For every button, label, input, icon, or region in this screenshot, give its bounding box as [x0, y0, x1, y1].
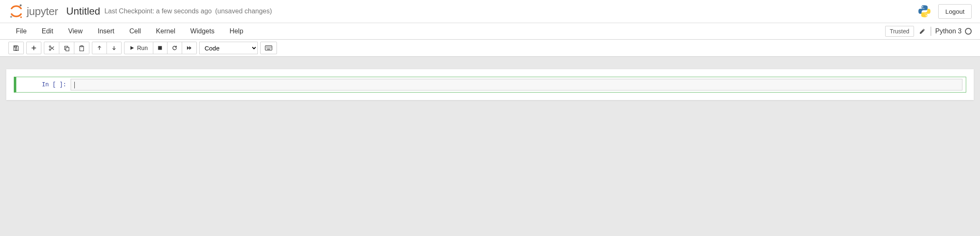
checkpoint-text: Last Checkpoint: a few seconds ago	[104, 8, 212, 15]
svg-rect-14	[267, 47, 268, 47]
interrupt-button[interactable]	[153, 42, 168, 54]
paste-icon	[79, 45, 85, 51]
kernel-divider	[931, 27, 931, 36]
svg-rect-19	[267, 48, 268, 48]
stop-icon	[157, 45, 162, 50]
cut-button[interactable]	[44, 42, 59, 54]
cell-type-select[interactable]: Code	[199, 42, 258, 54]
scissors-icon	[48, 45, 55, 51]
menu-bar: File Edit View Insert Cell Kernel Widget…	[0, 23, 980, 40]
restart-run-all-button[interactable]	[182, 42, 197, 54]
menu-edit[interactable]: Edit	[34, 24, 61, 38]
notebook-title[interactable]: Untitled	[66, 5, 100, 17]
svg-rect-15	[268, 47, 269, 47]
menu-widgets[interactable]: Widgets	[183, 24, 222, 38]
trusted-button[interactable]: Trusted	[885, 26, 914, 37]
svg-rect-11	[158, 46, 162, 50]
copy-icon	[63, 45, 70, 51]
keyboard-icon	[265, 45, 272, 51]
pencil-icon[interactable]	[919, 28, 926, 35]
header-bar: jupyter Untitled Last Checkpoint: a few …	[0, 0, 980, 23]
svg-rect-8	[66, 47, 69, 50]
svg-rect-21	[269, 48, 270, 48]
svg-point-2	[20, 16, 22, 18]
save-icon	[13, 45, 19, 51]
unsaved-changes-text: (unsaved changes)	[215, 8, 272, 15]
code-input[interactable]	[71, 79, 962, 90]
svg-rect-16	[269, 47, 270, 47]
run-button-label: Run	[137, 45, 148, 51]
svg-point-4	[926, 15, 927, 16]
command-palette-button[interactable]	[260, 42, 277, 54]
logout-button[interactable]: Logout	[938, 4, 972, 19]
svg-rect-10	[81, 45, 83, 47]
menu-help[interactable]: Help	[222, 24, 251, 38]
toolbar: Run Code	[0, 40, 980, 57]
svg-rect-18	[266, 48, 267, 48]
save-button[interactable]	[8, 42, 24, 54]
move-up-button[interactable]	[92, 42, 107, 54]
jupyter-logo[interactable]: jupyter	[8, 3, 58, 19]
svg-rect-23	[267, 49, 270, 49]
menu-cell[interactable]: Cell	[122, 24, 149, 38]
paste-button[interactable]	[74, 42, 89, 54]
svg-point-0	[20, 4, 22, 6]
run-button[interactable]: Run	[124, 42, 153, 54]
copy-button[interactable]	[59, 42, 74, 54]
svg-point-3	[922, 6, 923, 8]
jupyter-logo-text: jupyter	[27, 5, 58, 18]
text-cursor	[74, 82, 75, 88]
menu-kernel[interactable]: Kernel	[148, 24, 183, 38]
menu-file[interactable]: File	[8, 24, 34, 38]
restart-icon	[172, 45, 178, 51]
menu-view[interactable]: View	[61, 24, 90, 38]
code-cell[interactable]: In [ ]:	[14, 77, 966, 93]
svg-point-1	[10, 16, 12, 18]
fast-forward-icon	[186, 45, 192, 51]
kernel-idle-indicator-icon	[965, 28, 972, 35]
insert-cell-button[interactable]	[26, 42, 41, 54]
svg-rect-22	[271, 48, 271, 48]
plus-icon	[31, 45, 37, 51]
restart-button[interactable]	[168, 42, 182, 54]
kernel-name[interactable]: Python 3	[935, 28, 962, 35]
arrow-up-icon	[96, 45, 102, 51]
svg-rect-13	[266, 47, 267, 47]
svg-rect-20	[268, 48, 269, 48]
notebook-container: In [ ]:	[6, 69, 974, 100]
input-prompt: In [ ]:	[16, 79, 71, 90]
play-icon	[129, 45, 135, 50]
notebook-area: In [ ]:	[0, 57, 980, 113]
kernel-logo-icon	[917, 4, 932, 18]
svg-rect-17	[271, 47, 271, 47]
menu-insert[interactable]: Insert	[90, 24, 122, 38]
arrow-down-icon	[111, 45, 117, 51]
jupyter-logo-icon	[8, 3, 24, 19]
move-down-button[interactable]	[107, 42, 122, 54]
